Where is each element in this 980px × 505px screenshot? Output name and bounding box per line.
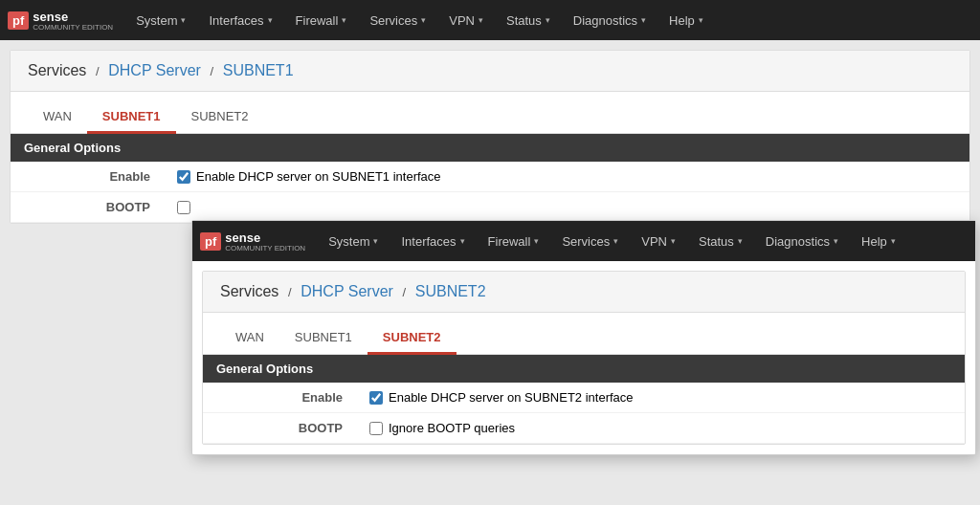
bootp-checkbox1[interactable] [177,201,190,214]
community-text2: COMMUNITY EDITION [225,245,305,252]
enable-checkbox1[interactable] [177,170,190,184]
table-row: Enable Enable DHCP server on SUBNET2 int… [203,383,965,413]
nav-firewall1[interactable]: Firewall ▾ [286,0,357,40]
pf-icon1: pf [8,11,29,30]
nav-firewall2[interactable]: Firewall ▾ [479,221,549,261]
chevron-down-icon: ▾ [421,15,426,25]
bootp-field2: Ignore BOOTP queries [369,421,951,435]
nav-diagnostics2[interactable]: Diagnostics ▾ [756,221,848,261]
field-label-bootp2: BOOTP [203,413,356,444]
tab-wan2[interactable]: WAN [220,322,279,355]
section-heading2: General Options [203,355,965,383]
pfsense-logo2: pf sense COMMUNITY EDITION [200,231,305,252]
field-label-enable1: Enable [11,162,164,192]
chevron-down-icon: ▾ [671,236,676,246]
tab-subnet2-2[interactable]: SUBNET2 [368,322,457,355]
main-panel2: Services / DHCP Server / SUBNET2 WAN SUB… [202,271,966,445]
tabs2: WAN SUBNET1 SUBNET2 [203,313,965,355]
chevron-down-icon: ▾ [342,15,346,25]
enable-field1: Enable DHCP server on SUBNET1 interface [177,169,956,184]
enable-field2: Enable DHCP server on SUBNET2 interface [369,390,951,405]
chevron-down-icon: ▾ [891,236,896,246]
enable-label2: Enable DHCP server on SUBNET2 interface [389,390,634,405]
chevron-down-icon: ▾ [546,15,550,25]
bc-subnet2: SUBNET2 [415,283,486,299]
bc-services1: Services [28,62,86,78]
bc-sep3: / [288,285,292,299]
bc-sep1: / [96,64,100,78]
chevron-down-icon: ▾ [268,15,273,25]
bc-sep2: / [210,64,213,78]
bootp-label2: Ignore BOOTP queries [389,421,515,435]
chevron-down-icon: ▾ [613,236,618,246]
sense-text2: sense [225,231,260,245]
chevron-down-icon: ▾ [738,236,743,246]
nav-interfaces1[interactable]: Interfaces ▾ [199,0,281,40]
bootp-checkbox2[interactable] [369,422,383,435]
bc-sep4: / [402,285,406,299]
breadcrumb1: Services / DHCP Server / SUBNET1 [11,51,969,92]
chevron-down-icon: ▾ [460,236,465,246]
community-text1: COMMUNITY EDITION [33,24,113,32]
enable-checkbox2[interactable] [369,391,383,405]
chevron-down-icon: ▾ [834,236,838,246]
tab-subnet2-1[interactable]: SUBNET2 [176,101,264,134]
nav-system2[interactable]: System ▾ [319,221,388,261]
bc-subnet1: SUBNET1 [223,62,294,78]
tabs1: WAN SUBNET1 SUBNET2 [11,92,969,134]
table-row: Enable Enable DHCP server on SUBNET1 int… [11,162,969,192]
nav-status1[interactable]: Status ▾ [497,0,560,40]
bootp-field1 [177,201,956,214]
tab-wan1[interactable]: WAN [28,101,87,134]
brand1: pf sense COMMUNITY EDITION [8,10,113,32]
nav-vpn2[interactable]: VPN ▾ [632,221,685,261]
nav-services1[interactable]: Services ▾ [360,0,435,40]
bc-dhcp1[interactable]: DHCP Server [108,62,201,78]
navbar2: pf sense COMMUNITY EDITION System ▾ Inte… [192,221,975,261]
form-table2: Enable Enable DHCP server on SUBNET2 int… [203,383,965,444]
chevron-down-icon: ▾ [641,15,646,25]
window2: pf sense COMMUNITY EDITION System ▾ Inte… [191,220,976,455]
nav-interfaces2[interactable]: Interfaces ▾ [391,221,474,261]
nav-help2[interactable]: Help ▾ [852,221,905,261]
nav-services2[interactable]: Services ▾ [552,221,628,261]
field-label-bootp1: BOOTP [11,192,164,223]
navbar1: pf sense COMMUNITY EDITION System ▾ Inte… [0,0,980,40]
nav-system1[interactable]: System ▾ [126,0,195,40]
bc-dhcp2[interactable]: DHCP Server [301,283,393,299]
chevron-down-icon: ▾ [181,15,186,25]
chevron-down-icon: ▾ [479,15,483,25]
section-heading1: General Options [11,134,969,162]
nav-diagnostics1[interactable]: Diagnostics ▾ [564,0,656,40]
chevron-down-icon: ▾ [699,15,703,25]
breadcrumb2: Services / DHCP Server / SUBNET2 [203,272,965,313]
enable-label1: Enable DHCP server on SUBNET1 interface [196,169,441,184]
chevron-down-icon: ▾ [373,236,378,246]
field-label-enable2: Enable [203,383,356,413]
sense-text1: sense [33,10,68,24]
form-table1: Enable Enable DHCP server on SUBNET1 int… [11,162,969,223]
pf-icon2: pf [200,232,221,251]
chevron-down-icon: ▾ [534,236,539,246]
brand2: pf sense COMMUNITY EDITION [200,231,305,252]
nav-status2[interactable]: Status ▾ [689,221,752,261]
main-panel1: Services / DHCP Server / SUBNET1 WAN SUB… [10,50,970,224]
pfsense-logo1: pf sense COMMUNITY EDITION [8,10,113,32]
bc-services2: Services [220,283,278,299]
nav-help1[interactable]: Help ▾ [659,0,713,40]
nav-vpn1[interactable]: VPN ▾ [439,0,493,40]
window1: pf sense COMMUNITY EDITION System ▾ Inte… [0,0,980,224]
tab-subnet1-1[interactable]: SUBNET1 [87,101,176,134]
tab-subnet1-2[interactable]: SUBNET1 [279,322,368,355]
table-row: BOOTP Ignore BOOTP queries [203,413,965,444]
table-row: BOOTP [11,192,969,223]
